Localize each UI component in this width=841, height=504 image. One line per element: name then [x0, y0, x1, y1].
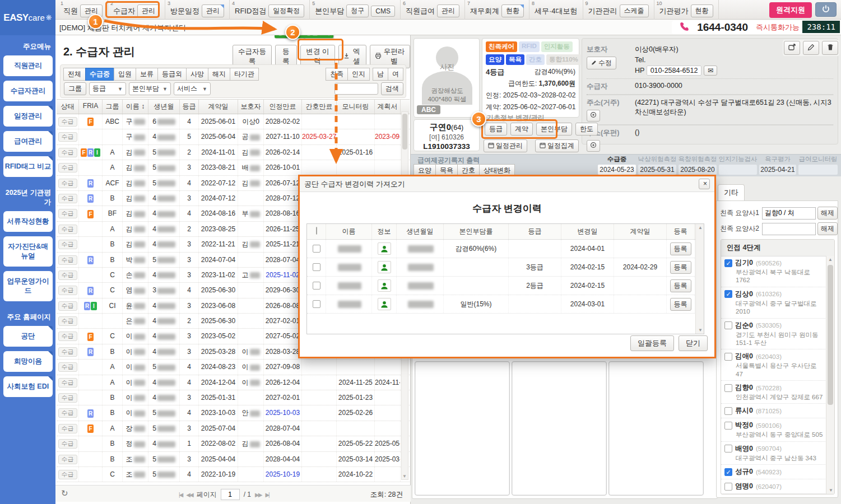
map-pin-button[interactable]: [587, 140, 600, 152]
column-header-FRIA[interactable]: FRIA: [79, 100, 103, 114]
scroll-down-icon[interactable]: ▼: [829, 488, 833, 493]
modal-table-row[interactable]: 2등급2024-02-15등록: [307, 277, 704, 295]
search-button[interactable]: 검색: [381, 82, 403, 95]
modal-table-scrollbar[interactable]: ▲ ▼: [695, 224, 704, 334]
sms-button[interactable]: ✉: [704, 66, 717, 76]
power-button[interactable]: [815, 2, 837, 17]
nav-item-label[interactable]: 재무회계: [470, 4, 499, 16]
filter-tab-입원[interactable]: 입원: [114, 68, 136, 81]
sidebar-item-희망이음[interactable]: 희망이음: [3, 351, 53, 372]
sidebar-item-사회보험 EDI[interactable]: 사회보험 EDI: [3, 376, 53, 397]
edit-guardian-button[interactable]: 수정: [587, 57, 616, 69]
caregiver2-input[interactable]: [762, 223, 816, 235]
column-header-생년월[interactable]: 생년월: [148, 100, 180, 114]
row-register-button[interactable]: 등록: [670, 279, 691, 292]
nearby-checkbox[interactable]: [724, 422, 732, 430]
first-page-icon[interactable]: |◀: [179, 492, 182, 498]
nav-button-일정확정[interactable]: 일정확정: [268, 4, 304, 17]
nearby-list-item[interactable]: 배영0(590704)대구광역시 중구 남산동 343: [721, 442, 826, 465]
modal-table-row[interactable]: 감경60%(6%)2024-04-01등록: [307, 240, 704, 258]
filter-tab-친족[interactable]: 친족: [326, 68, 348, 81]
table-row[interactable]: 수급A이442024-12-04이2026-12-042024-11-25202…: [57, 375, 410, 390]
status-date-chip[interactable]: [719, 165, 757, 175]
nav-item-label[interactable]: 세무·4대보험: [535, 4, 578, 16]
scroll-down-icon[interactable]: ▼: [402, 474, 407, 479]
filter-tab-남[interactable]: 남: [373, 68, 388, 81]
select-all-checkbox[interactable]: [316, 227, 317, 235]
filter-tab-수급중[interactable]: 수급중: [85, 68, 114, 81]
nav-item-label[interactable]: 수급자: [113, 4, 135, 16]
filter-tab-해지[interactable]: 해지: [208, 68, 230, 81]
nav-button-현황[interactable]: 현황: [691, 4, 713, 17]
nav-item-label[interactable]: RFID점검: [235, 4, 266, 16]
sort-icon[interactable]: ↕: [140, 102, 145, 110]
tab-etc[interactable]: 기타: [718, 184, 745, 201]
column-header-간호만료[interactable]: 간호만료: [302, 100, 337, 114]
table-row[interactable]: 수급RB이542023-10-03안2025-10-032025-02-26: [57, 405, 410, 421]
column-header-이름[interactable]: 이름 ↕: [123, 100, 148, 114]
nearby-list-item[interactable]: ✓김기0(590526)부산광역시 북구 낙동대로 1762: [721, 256, 826, 287]
row-checkbox[interactable]: [313, 263, 320, 271]
filter-tab-사망[interactable]: 사망: [186, 68, 208, 81]
row-checkbox[interactable]: [313, 245, 320, 253]
table-row[interactable]: 수급C조542022-10-192025-10-192024-10-22: [57, 467, 410, 482]
status-date-chip[interactable]: 2025-04-21: [759, 165, 796, 175]
sidebar-item-직원관리[interactable]: 직원관리: [3, 55, 53, 76]
nearby-list-item[interactable]: 김순0(530305)경기도 부천시 원미구 원미동 151-1 두산: [721, 319, 826, 350]
modal-close-icon[interactable]: ×: [699, 179, 710, 189]
nav-button-관리[interactable]: 관리: [437, 4, 459, 17]
table-row[interactable]: 수급B이432025-01-312027-02-012025-01-23: [57, 390, 410, 405]
sidebar-item-자가진단&매뉴얼[interactable]: 자가진단&매뉴얼: [3, 236, 53, 267]
filter-tab-등급외[interactable]: 등급외: [157, 68, 187, 81]
table-row[interactable]: 수급FRIA김522024-11-01김2026-02-142025-01-16: [57, 145, 410, 160]
nav-item-label[interactable]: 기관관리: [588, 4, 617, 16]
filter-tab-전체[interactable]: 전체: [63, 68, 86, 81]
table-row[interactable]: 수급A김532023-08-21배2026-10-01: [57, 160, 410, 175]
nearby-list-item[interactable]: 박정0(590106)부산광역시 동구 중앙대로 505: [721, 418, 826, 441]
select-본인부담[interactable]: 본인부담▼: [129, 82, 171, 95]
nearby-checkbox[interactable]: [724, 483, 732, 491]
nearby-checkbox[interactable]: [724, 353, 732, 361]
nearby-checkbox[interactable]: ✓: [724, 290, 732, 298]
filter-tab-타기관[interactable]: 타기관: [230, 68, 259, 81]
page-input[interactable]: [221, 489, 240, 500]
table-row[interactable]: 수급B정412022-08-02김2026-08-042025-05-22202…: [57, 436, 410, 451]
last-page-icon[interactable]: ▶|: [265, 492, 268, 498]
search-input[interactable]: [334, 83, 378, 95]
nav-button-CMS[interactable]: CMS: [371, 6, 395, 17]
nearby-list-item[interactable]: ✓김상0(610326)대구광역시 중구 달구벌대로 2010: [721, 287, 826, 319]
nearby-checkbox[interactable]: [724, 384, 732, 392]
scrollbar-thumb[interactable]: [828, 265, 833, 405]
column-header-그룹[interactable]: 그룹: [103, 100, 123, 114]
schedule-manage-button[interactable]: 일정관리: [484, 139, 527, 152]
nav-button-스케줄[interactable]: 스케줄: [620, 4, 649, 17]
map-pin-button[interactable]: [587, 110, 600, 122]
nearby-checkbox[interactable]: [724, 407, 732, 415]
nav-button-관리[interactable]: 관리: [202, 4, 224, 17]
nearby-checkbox[interactable]: ✓: [724, 468, 732, 476]
remote-support-button[interactable]: 원격지원: [769, 2, 812, 18]
select-서비스[interactable]: 서비스▼: [174, 82, 211, 95]
nearby-scrollbar[interactable]: ▲ ▼: [826, 256, 834, 494]
filter-tab-인지[interactable]: 인지: [347, 68, 370, 81]
sidebar-item-급여관리[interactable]: 급여관리: [3, 131, 53, 152]
prev-page-icon[interactable]: ◀◀: [186, 492, 192, 498]
scroll-up-icon[interactable]: ▲: [826, 257, 834, 262]
edit-button[interactable]: [803, 41, 819, 55]
column-header-계약일[interactable]: 계약일: [199, 100, 238, 114]
sidebar-item-일정관리[interactable]: 일정관리: [3, 106, 53, 127]
table-row[interactable]: 수급A이542024-08-23이2027-09-08: [57, 360, 410, 375]
sidebar-item-수급자관리[interactable]: 수급자관리: [3, 81, 53, 101]
row-register-button[interactable]: 등록: [670, 298, 691, 311]
select-등급[interactable]: 등급▼: [89, 82, 126, 95]
person-info-icon[interactable]: [378, 279, 391, 292]
manage-button-계약[interactable]: 계약: [510, 123, 533, 136]
nav-button-청구[interactable]: 청구: [346, 4, 369, 17]
caregiver1-clear-button[interactable]: 해제: [817, 207, 838, 220]
sidebar-item-RFID태그 비교[interactable]: RFID태그 비교: [3, 156, 53, 177]
sidebar-item-공단[interactable]: 공단: [3, 326, 53, 347]
scrollbar-thumb[interactable]: [402, 114, 407, 150]
person-info-icon[interactable]: [378, 261, 391, 273]
sidebar-item-서류작성현황[interactable]: 서류작성현황: [3, 211, 53, 232]
caregiver2-clear-button[interactable]: 해제: [817, 222, 838, 235]
